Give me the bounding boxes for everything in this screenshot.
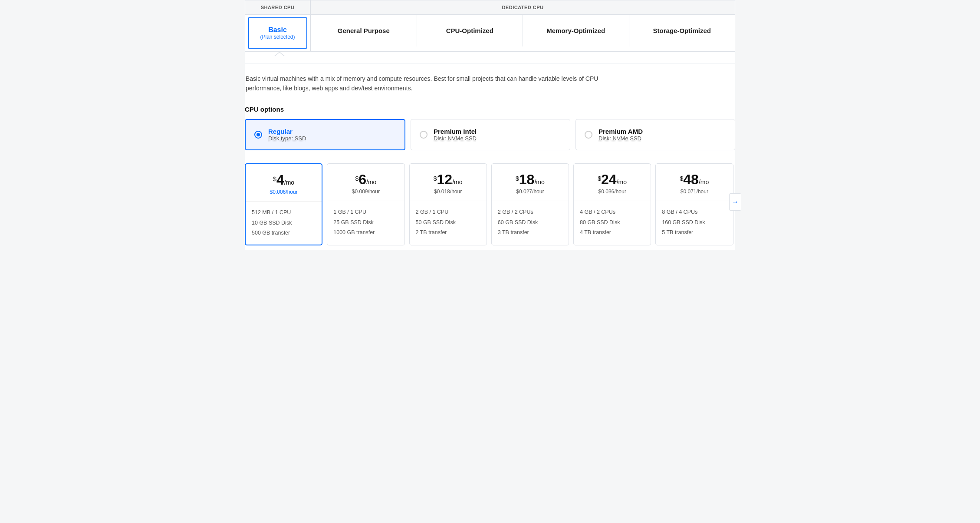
pricing-top-48mo: $48/mo$0.071/hour — [656, 164, 733, 201]
price-hourly-48mo: $0.071/hour — [662, 189, 727, 195]
spec-item: 60 GB SSD Disk — [498, 218, 562, 228]
selection-arrow — [245, 52, 735, 55]
price-amount: 48 — [683, 172, 699, 187]
cpu-option-regular-disk: Disk type: SSD — [268, 135, 306, 142]
price-main-18mo: $18/mo — [498, 172, 562, 188]
tab-storage-optimized[interactable]: Storage-Optimized — [629, 15, 735, 46]
spec-item: 4 TB transfer — [580, 228, 645, 238]
dollar-sign: $ — [434, 175, 437, 182]
dollar-sign: $ — [598, 175, 601, 182]
price-amount: 24 — [601, 172, 617, 187]
pricing-top-12mo: $12/mo$0.018/hour — [410, 164, 487, 201]
price-main-48mo: $48/mo — [662, 172, 727, 188]
price-amount: 18 — [519, 172, 535, 187]
pricing-cards-row: $4/mo$0.006/hour512 MB / 1 CPU10 GB SSD … — [245, 163, 735, 245]
pricing-card-24mo[interactable]: $24/mo$0.036/hour4 GB / 2 CPUs80 GB SSD … — [573, 163, 651, 245]
basic-plan-label: Basic (Plan selected) — [260, 26, 295, 40]
spec-item: 25 GB SSD Disk — [333, 218, 398, 228]
basic-plan-tab[interactable]: Basic (Plan selected) — [248, 17, 307, 49]
cpu-option-premium-amd[interactable]: Premium AMD Disk: NVMe SSD — [576, 119, 735, 150]
price-hourly-4mo: $0.006/hour — [252, 189, 316, 195]
pricing-bottom-48mo: 8 GB / 4 CPUs160 GB SSD Disk5 TB transfe… — [656, 201, 733, 244]
cpu-option-regular[interactable]: Regular Disk type: SSD — [245, 119, 405, 150]
spec-item: 10 GB SSD Disk — [252, 218, 316, 228]
dedicated-options-row: General Purpose CPU-Optimized Memory-Opt… — [311, 15, 735, 46]
dedicated-cpu-header: DEDICATED CPU — [311, 0, 735, 15]
price-amount: 6 — [358, 172, 366, 187]
pricing-top-18mo: $18/mo$0.027/hour — [492, 164, 569, 201]
radio-premium-intel — [420, 131, 428, 139]
pricing-bottom-12mo: 2 GB / 1 CPU50 GB SSD Disk2 TB transfer — [410, 201, 487, 244]
spec-item: 512 MB / 1 CPU — [252, 208, 316, 218]
shared-cpu-header: SHARED CPU — [245, 0, 310, 15]
pricing-card-18mo[interactable]: $18/mo$0.027/hour2 GB / 2 CPUs60 GB SSD … — [491, 163, 569, 245]
cpu-options-section: CPU options Regular Disk type: SSD Premi… — [245, 97, 735, 155]
spec-item: 2 GB / 2 CPUs — [498, 207, 562, 218]
plan-tabs: SHARED CPU Basic (Plan selected) DEDICAT… — [245, 0, 735, 52]
pricing-bottom-18mo: 2 GB / 2 CPUs60 GB SSD Disk3 TB transfer — [492, 201, 569, 244]
tab-cpu-optimized[interactable]: CPU-Optimized — [417, 15, 523, 46]
spec-item: 80 GB SSD Disk — [580, 218, 645, 228]
pricing-card-48mo[interactable]: $48/mo$0.071/hour8 GB / 4 CPUs160 GB SSD… — [655, 163, 733, 245]
spec-item: 2 GB / 1 CPU — [416, 207, 480, 218]
price-period: /mo — [366, 179, 376, 185]
pricing-card-4mo[interactable]: $4/mo$0.006/hour512 MB / 1 CPU10 GB SSD … — [245, 163, 322, 245]
price-hourly-6mo: $0.009/hour — [333, 189, 398, 195]
cpu-option-premium-intel-disk: Disk: NVMe SSD — [434, 135, 477, 142]
pricing-bottom-6mo: 1 GB / 1 CPU25 GB SSD Disk1000 GB transf… — [327, 201, 404, 244]
scroll-right-button[interactable]: → — [729, 193, 741, 211]
price-main-24mo: $24/mo — [580, 172, 645, 188]
cpu-option-regular-info: Regular Disk type: SSD — [268, 128, 306, 142]
pricing-bottom-4mo: 512 MB / 1 CPU10 GB SSD Disk500 GB trans… — [246, 202, 322, 245]
plan-description: Basic virtual machines with a mix of mem… — [245, 63, 635, 97]
pricing-top-6mo: $6/mo$0.009/hour — [327, 164, 404, 201]
dollar-sign: $ — [516, 175, 519, 182]
pricing-card-12mo[interactable]: $12/mo$0.018/hour2 GB / 1 CPU50 GB SSD D… — [409, 163, 487, 245]
spec-item: 2 TB transfer — [416, 228, 480, 238]
pricing-card-6mo[interactable]: $6/mo$0.009/hour1 GB / 1 CPU25 GB SSD Di… — [327, 163, 404, 245]
dollar-sign: $ — [273, 175, 276, 182]
spec-item: 5 TB transfer — [662, 228, 727, 238]
tab-general-purpose[interactable]: General Purpose — [311, 15, 417, 46]
price-main-6mo: $6/mo — [333, 172, 398, 188]
cpu-option-premium-amd-disk: Disk: NVMe SSD — [599, 135, 643, 142]
price-period: /mo — [699, 179, 709, 185]
cpu-option-premium-amd-info: Premium AMD Disk: NVMe SSD — [599, 128, 643, 142]
price-main-4mo: $4/mo — [252, 172, 316, 188]
spec-item: 1000 GB transfer — [333, 228, 398, 238]
pricing-top-24mo: $24/mo$0.036/hour — [574, 164, 651, 201]
spec-item: 50 GB SSD Disk — [416, 218, 480, 228]
price-hourly-24mo: $0.036/hour — [580, 189, 645, 195]
price-hourly-18mo: $0.027/hour — [498, 189, 562, 195]
radio-premium-amd — [585, 131, 592, 139]
cpu-options-title: CPU options — [245, 106, 735, 113]
dedicated-cpu-column: DEDICATED CPU General Purpose CPU-Optimi… — [310, 0, 735, 51]
price-amount: 12 — [437, 172, 453, 187]
spec-item: 160 GB SSD Disk — [662, 218, 727, 228]
price-period: /mo — [617, 179, 627, 185]
cpu-option-regular-name: Regular — [268, 128, 306, 135]
spec-item: 500 GB transfer — [252, 228, 316, 238]
price-hourly-12mo: $0.018/hour — [416, 189, 480, 195]
cpu-option-premium-intel-name: Premium Intel — [434, 128, 477, 135]
pricing-bottom-24mo: 4 GB / 2 CPUs80 GB SSD Disk4 TB transfer — [574, 201, 651, 244]
pricing-section: $4/mo$0.006/hour512 MB / 1 CPU10 GB SSD … — [245, 155, 735, 250]
tab-memory-optimized[interactable]: Memory-Optimized — [523, 15, 629, 46]
price-period: /mo — [452, 179, 462, 185]
price-main-12mo: $12/mo — [416, 172, 480, 188]
spec-item: 8 GB / 4 CPUs — [662, 207, 727, 218]
price-period: /mo — [284, 179, 294, 186]
shared-cpu-column: SHARED CPU Basic (Plan selected) — [245, 0, 310, 51]
cpu-option-premium-intel-info: Premium Intel Disk: NVMe SSD — [434, 128, 477, 142]
cpu-option-premium-intel[interactable]: Premium Intel Disk: NVMe SSD — [411, 119, 570, 150]
spec-item: 3 TB transfer — [498, 228, 562, 238]
price-amount: 4 — [276, 172, 284, 188]
cpu-options-row: Regular Disk type: SSD Premium Intel Dis… — [245, 119, 735, 150]
radio-regular — [254, 131, 262, 139]
pricing-top-4mo: $4/mo$0.006/hour — [246, 164, 322, 202]
cpu-option-premium-amd-name: Premium AMD — [599, 128, 643, 135]
spec-item: 1 GB / 1 CPU — [333, 207, 398, 218]
price-period: /mo — [534, 179, 544, 185]
spec-item: 4 GB / 2 CPUs — [580, 207, 645, 218]
